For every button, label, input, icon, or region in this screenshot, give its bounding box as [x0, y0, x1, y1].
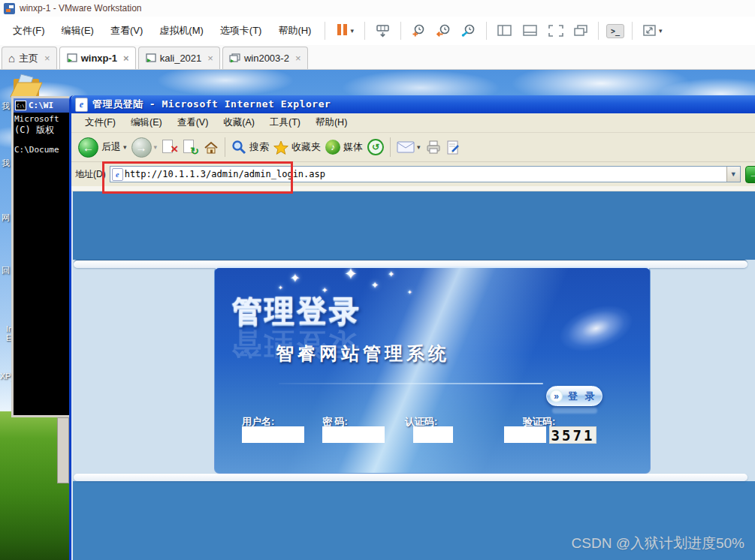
go-button[interactable]: → 转到	[745, 166, 755, 183]
search-button[interactable]: 搜索	[231, 140, 269, 155]
edit-button[interactable]	[446, 140, 461, 155]
fullscreen-button[interactable]	[545, 23, 566, 38]
stretch-guest-button[interactable]: ▾	[640, 23, 666, 38]
vmware-menu-view[interactable]: 查看(V)	[102, 24, 151, 38]
edit-page-icon	[446, 140, 461, 155]
chevron-down-icon[interactable]: ▾	[123, 143, 127, 151]
desktop-icon-label[interactable]: 我	[2, 101, 10, 112]
console-button[interactable]: >_	[606, 24, 624, 38]
toolbar-separator	[390, 137, 391, 157]
stop-button[interactable]: ×	[162, 139, 178, 155]
sparkle-decoration: ✦	[290, 271, 300, 285]
favorites-button[interactable]: 收藏夹	[273, 140, 321, 155]
vmware-menu-file[interactable]: 文件(F)	[5, 24, 53, 38]
login-button[interactable]: » 登 录	[546, 386, 602, 406]
authcode-field[interactable]	[413, 426, 453, 443]
tab-kali-2021[interactable]: kali_2021 ×	[138, 47, 220, 69]
desktop-icon-label[interactable]: 回	[2, 265, 10, 276]
ie-menu-file[interactable]: 文件(F)	[77, 116, 123, 129]
window-fragment	[57, 417, 69, 483]
forward-button[interactable]: → ▾	[131, 137, 158, 158]
address-dropdown-button[interactable]: ▼	[726, 167, 740, 182]
history-button[interactable]: ↺	[367, 139, 384, 155]
vm-running-icon	[66, 53, 77, 63]
ie-menu-view[interactable]: 查看(V)	[170, 116, 216, 129]
stop-icon: ×	[171, 142, 178, 157]
tab-win2003-2[interactable]: win2003-2 ×	[222, 47, 308, 69]
watermark: CSDN @入狱计划进度50%	[572, 534, 744, 553]
toolbar-separator	[598, 22, 599, 40]
password-field[interactable]	[322, 426, 385, 443]
ie-menubar: 文件(F) 编辑(E) 查看(V) 收藏(A) 工具(T) 帮助(H)	[71, 113, 755, 133]
revert-snapshot-button[interactable]	[433, 23, 454, 39]
split-vertical-icon	[497, 25, 512, 37]
address-box: e ▼	[110, 166, 741, 182]
browser-viewport: ✦ ✦ ✦ ✦ ✦ ✦ ✦ ✦ 管理登录 管理登录 智睿网站管理系统 » 登 录	[71, 191, 755, 560]
pause-vm-button[interactable]: ▾	[333, 23, 357, 40]
close-tab-icon[interactable]: ×	[44, 53, 50, 64]
close-tab-icon[interactable]: ×	[207, 53, 213, 64]
address-input[interactable]	[123, 169, 726, 179]
mail-button[interactable]: ▾	[397, 141, 421, 153]
chevron-down-icon[interactable]: ▾	[350, 27, 354, 35]
ie-menu-favorites[interactable]: 收藏(A)	[216, 116, 262, 129]
vmware-menu-tabs[interactable]: 选项卡(T)	[212, 24, 270, 38]
ie-titlebar[interactable]: e 管理员登陆 - Microsoft Internet Explorer	[71, 95, 755, 113]
home-icon: ⌂	[8, 52, 15, 65]
vmware-window: winxp-1 - VMware Workstation 文件(F) 编辑(E)…	[0, 0, 755, 560]
split-horizontal-icon	[523, 25, 538, 37]
send-ctrl-alt-del-button[interactable]	[373, 23, 393, 39]
vmware-menubar: 文件(F) 编辑(E) 查看(V) 虚拟机(M) 选项卡(T) 帮助(H) ▾	[0, 17, 755, 45]
back-label: 后退	[101, 140, 121, 154]
vmware-menu-help[interactable]: 帮助(H)	[270, 24, 319, 38]
tab-home[interactable]: ⌂ 主页 ×	[2, 47, 57, 69]
show-library-button[interactable]	[494, 23, 515, 38]
chevron-down-icon[interactable]: ▾	[659, 27, 663, 35]
snapshot-plus-icon	[412, 24, 426, 38]
cmd-line: C:\Docume	[14, 145, 68, 155]
unity-mode-button[interactable]	[571, 23, 590, 38]
galaxy-decoration	[536, 275, 651, 382]
close-tab-icon[interactable]: ×	[123, 53, 129, 64]
take-snapshot-button[interactable]	[409, 23, 429, 39]
ie-menu-help[interactable]: 帮助(H)	[308, 116, 355, 129]
mail-icon	[397, 141, 415, 153]
snapshot-manager-icon	[461, 24, 476, 38]
white-divider	[74, 474, 747, 481]
login-button-label: 登 录	[568, 390, 597, 403]
sparkle-decoration: ✦	[407, 289, 412, 296]
tab-label: 主页	[19, 52, 38, 65]
refresh-icon: ↻	[190, 145, 199, 157]
back-button[interactable]: ← 后退 ▾	[78, 137, 127, 158]
tab-label: kali_2021	[160, 53, 202, 64]
chevron-down-icon[interactable]: ▾	[417, 143, 421, 151]
vmware-titlebar[interactable]: winxp-1 - VMware Workstation	[0, 0, 755, 17]
ie-menu-tools[interactable]: 工具(T)	[262, 116, 308, 129]
tab-winxp-1[interactable]: winxp-1 ×	[59, 47, 136, 69]
go-arrow-icon: →	[745, 166, 755, 183]
cmd-output: Microsoft (C) 版权 C:\Docume	[14, 113, 69, 157]
shared-folder-icon[interactable]	[9, 70, 44, 100]
ie-toolbar: ← 后退 ▾ → ▾ × ↻	[71, 133, 755, 162]
show-thumbnail-bar-button[interactable]	[520, 23, 541, 38]
ie-window-title: 管理员登陆 - Microsoft Internet Explorer	[92, 98, 331, 111]
vmware-menu-edit[interactable]: 编辑(E)	[53, 24, 102, 38]
button-reflection	[552, 408, 597, 414]
home-button[interactable]	[204, 140, 219, 155]
snapshot-manager-button[interactable]	[458, 23, 479, 39]
cmd-titlebar[interactable]: C:\ C:\WI	[14, 98, 69, 113]
star-icon	[273, 140, 288, 155]
pause-icon	[336, 24, 348, 38]
print-button[interactable]	[425, 140, 442, 155]
ie-menu-edit[interactable]: 编辑(E)	[123, 116, 170, 129]
vmware-menu-vm[interactable]: 虚拟机(M)	[151, 24, 212, 38]
refresh-button[interactable]: ↻	[183, 139, 199, 155]
sparkle-decoration: ✦	[344, 266, 358, 283]
desktop-icon-label[interactable]: 我	[2, 158, 10, 169]
media-button[interactable]: ♪ 媒体	[325, 140, 363, 155]
desktop-icon-label[interactable]: 网	[2, 212, 10, 224]
captcha-field[interactable]	[504, 426, 546, 443]
username-field[interactable]	[242, 426, 304, 443]
close-tab-icon[interactable]: ×	[295, 53, 301, 64]
search-icon	[231, 140, 246, 155]
